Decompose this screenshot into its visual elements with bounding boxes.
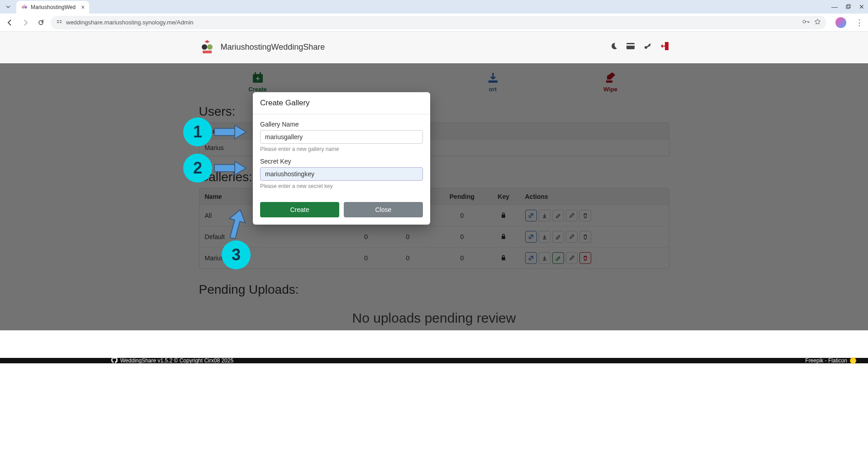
page-footer: WeddingShare v1.5.2 © Copyright Cirx08 2… <box>0 358 868 363</box>
close-window-icon[interactable]: ✕ <box>859 3 864 10</box>
logout-icon[interactable] <box>659 41 669 53</box>
url-bar[interactable]: weddingshare.mariushosting.synology.me/A… <box>51 16 826 29</box>
svg-rect-13 <box>626 43 635 49</box>
svg-rect-5 <box>60 20 62 21</box>
modal-overlay[interactable] <box>0 63 868 330</box>
svg-rect-3 <box>847 5 850 8</box>
brand-logo-icon <box>199 39 215 55</box>
maximize-icon[interactable] <box>846 3 851 10</box>
svg-rect-14 <box>626 44 635 46</box>
svg-rect-7 <box>60 22 62 23</box>
close-tab-icon[interactable]: × <box>81 4 85 11</box>
svg-point-1 <box>24 6 27 9</box>
minimize-icon[interactable]: — <box>831 3 838 10</box>
bookmark-star-icon[interactable] <box>814 19 821 27</box>
svg-point-9 <box>206 40 208 42</box>
svg-rect-2 <box>846 5 849 9</box>
smiley-icon: ☺ <box>850 357 856 364</box>
secret-key-label: Secret Key <box>260 158 423 165</box>
dark-mode-icon[interactable] <box>610 42 618 52</box>
password-key-icon[interactable] <box>802 19 810 26</box>
page: MariushostingWeddingShare Create ort <box>0 32 868 330</box>
browser-tab[interactable]: MariushostingWed × <box>16 1 89 14</box>
footer-attribution[interactable]: Freepik - Flaticon <box>805 357 847 364</box>
create-gallery-modal: Create Gallery Gallery Name Please enter… <box>253 92 430 225</box>
svg-rect-16 <box>665 42 669 50</box>
app-header: MariushostingWeddingShare <box>0 32 868 62</box>
github-icon[interactable] <box>111 357 118 365</box>
key-icon[interactable] <box>643 42 651 52</box>
window-controls: — ✕ <box>831 3 864 10</box>
gallery-name-input[interactable] <box>260 130 423 144</box>
browser-nav-bar: weddingshare.mariushosting.synology.me/A… <box>0 14 868 32</box>
site-settings-icon[interactable] <box>56 19 62 26</box>
svg-point-11 <box>207 44 213 50</box>
svg-rect-6 <box>57 22 59 23</box>
browser-tab-strip: MariushostingWed × — ✕ <box>0 0 868 14</box>
favicon-icon <box>21 4 28 11</box>
back-icon[interactable] <box>5 17 15 28</box>
browser-menu-icon[interactable]: ⋮ <box>855 18 863 28</box>
svg-point-15 <box>645 46 647 49</box>
gallery-name-help: Please enter a new gallery name <box>260 146 423 152</box>
modal-create-button[interactable]: Create <box>260 202 339 217</box>
modal-title: Create Gallery <box>253 92 430 114</box>
url-text: weddingshare.mariushosting.synology.me/A… <box>66 19 194 26</box>
svg-rect-4 <box>57 20 59 21</box>
svg-point-8 <box>803 20 806 23</box>
profile-avatar-icon[interactable] <box>835 17 846 28</box>
footer-text: WeddingShare v1.5.2 © Copyright Cirx08 2… <box>120 357 233 364</box>
tab-list-dropdown-icon[interactable] <box>4 2 13 11</box>
svg-point-0 <box>22 6 24 9</box>
modal-close-button[interactable]: Close <box>344 202 423 217</box>
secret-key-input[interactable] <box>260 167 423 181</box>
gallery-name-label: Gallery Name <box>260 121 423 128</box>
svg-point-10 <box>202 44 207 50</box>
svg-rect-12 <box>203 51 212 53</box>
secret-key-help: Please enter a new secret key <box>260 183 423 189</box>
tab-title: MariushostingWed <box>31 4 76 10</box>
brand-name: MariushostingWeddingShare <box>221 42 325 52</box>
brand[interactable]: MariushostingWeddingShare <box>199 39 325 55</box>
reload-icon[interactable] <box>35 17 46 28</box>
card-icon[interactable] <box>626 42 635 52</box>
forward-icon[interactable] <box>20 17 31 28</box>
